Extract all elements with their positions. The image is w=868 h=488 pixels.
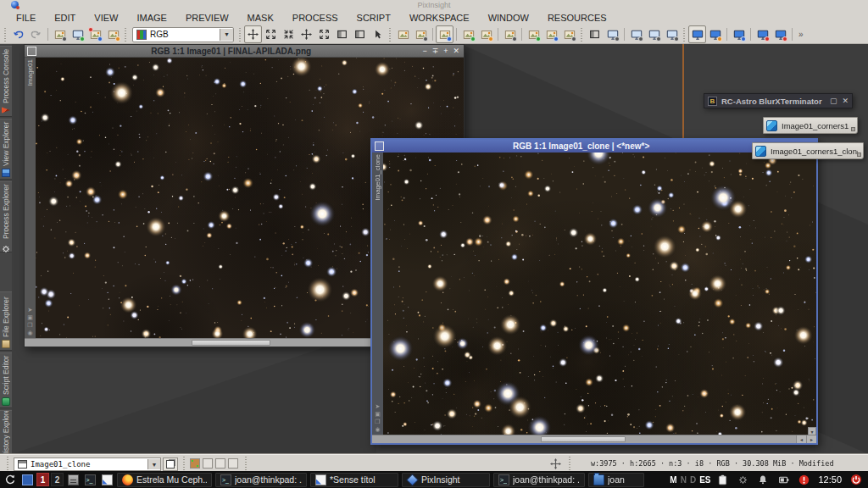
workspace-close-all-button[interactable] [771,25,789,43]
menu-image[interactable]: IMAGE [127,10,175,25]
starfield-image[interactable] [383,152,816,435]
selection-mode-icon[interactable]: ▣ [27,314,33,321]
image-window-clone[interactable]: RGB 1:1 Image01_clone | <*new*> − ∓ + ✕ … [370,138,818,445]
image-properties-icon[interactable] [51,25,69,43]
window-titlebar[interactable]: PixInsight [0,0,868,10]
workspace-switch-1[interactable] [190,458,200,469]
toolbar-grip[interactable] [3,28,8,42]
alert-tray-icon[interactable] [796,472,811,487]
new-preview-mode-button[interactable] [333,25,351,43]
image-accept-button[interactable] [525,25,542,43]
image-window-titlebar[interactable]: RGB 1:1 Image01 | FINAL-APILADA.png − ∓ … [25,45,464,58]
menu-script[interactable]: SCRIPT [348,10,400,25]
clipboard-tray-icon[interactable] [715,472,730,487]
scrollbar-thumb[interactable] [192,340,270,346]
updates-tray-icon[interactable] [735,472,750,487]
scroll-right-arrow[interactable]: ▸ [806,435,816,443]
menu-window[interactable]: WINDOW [479,10,538,25]
new-preview-icon[interactable] [69,25,86,43]
iconized-window-corners1-clone[interactable]: Image01_corners1_clone [752,142,864,159]
image-settings-button[interactable] [560,25,578,43]
histogram-icon[interactable] [104,25,122,43]
split-view-button[interactable] [586,25,604,43]
dock-tab-process-console[interactable]: Process Console [0,46,12,117]
toolbar-grip[interactable] [388,28,392,42]
settings-icon[interactable]: ◉ [27,330,32,336]
dock-tab-process-explorer[interactable]: Process Explorer [0,181,12,252]
battery-icon[interactable] [776,472,791,487]
image-annotate-icon[interactable] [412,25,430,43]
menu-resources[interactable]: RESOURCES [538,10,616,25]
workspace-monitor-button[interactable] [688,25,706,43]
terminal-launcher-icon[interactable] [82,472,97,487]
dock-tab-script-editor[interactable]: Script Editor [0,352,12,408]
panel-close-button[interactable]: ✕ [842,97,849,105]
workspace[interactable]: RGB 1:1 Image01 | FINAL-APILADA.png − ∓ … [12,44,868,454]
image-history-button[interactable] [542,25,560,43]
select-mode-button[interactable] [369,25,387,43]
stf-icon[interactable] [86,25,104,43]
image-revert-button[interactable] [501,25,519,43]
image-zoom-tool-button[interactable] [436,25,453,43]
view-selector-strip[interactable]: Image01_clone ➤ ▣ ❐ ◉ [372,152,383,435]
layers-icon[interactable]: ❐ [27,322,32,329]
shade-button[interactable]: ∓ [432,47,439,55]
maximize-button[interactable]: + [443,47,448,55]
close-button[interactable]: ✕ [453,47,459,55]
task-terminal-2[interactable]: joan@thinkpad: ... [493,473,585,487]
toolbar-grip[interactable] [682,28,687,42]
window-arrange-button[interactable] [663,25,681,43]
desktop-workspace-1[interactable]: 1 [36,473,49,486]
task-editor[interactable]: *Sense títol [310,473,398,487]
panel-restore-button[interactable]: ▢ [830,97,837,105]
file-manager-launcher-icon[interactable] [65,472,81,487]
image-edit-icon[interactable] [394,25,412,43]
active-view-selector[interactable]: Image01_clone ▼ [14,458,161,471]
menu-workspace[interactable]: WORKSPACE [400,10,479,25]
image-zoom-out-button[interactable] [459,25,477,43]
editor-launcher-icon[interactable] [99,472,114,487]
pan-mode-button[interactable] [298,25,315,43]
image-window-titlebar[interactable]: RGB 1:1 Image01_clone | <*new*> − ∓ + ✕ [372,140,816,152]
menu-edit[interactable]: EDIT [45,10,85,25]
workspace-switch-4[interactable] [228,458,238,469]
keyboard-layout-es[interactable]: ES [699,475,710,485]
blurxterminator-panel[interactable]: B RC-Astro BlurXTerminator ▢ ✕ [704,93,853,108]
display-channel-selector[interactable]: RGB ▼ [132,27,234,42]
channel-dropdown-arrow[interactable]: ▼ [220,29,233,41]
toolbar-grip[interactable] [238,28,242,42]
menu-view[interactable]: VIEW [85,10,127,25]
workspace-swap-button[interactable] [730,25,748,43]
iconized-window-corners1[interactable]: Image01_corners1 [763,117,858,134]
toolbar-grip[interactable] [580,28,584,42]
statusbar-grip[interactable] [6,457,10,470]
menu-mask[interactable]: MASK [238,10,283,25]
power-button-icon[interactable] [849,472,864,487]
toolbar-grip[interactable] [124,28,128,42]
settings-icon[interactable]: ◉ [375,426,380,433]
view-dropdown-arrow[interactable]: ▼ [147,459,160,469]
cursor-mode-icon[interactable]: ➤ [376,403,381,410]
dock-tab-file-explorer[interactable]: File Explorer [0,291,12,351]
workspace-image-button[interactable] [706,25,724,43]
menu-process[interactable]: PROCESS [283,10,348,25]
statusbar-grip[interactable] [568,457,572,470]
layers-icon[interactable]: ❐ [375,419,380,425]
zoom-in-mode-button[interactable] [262,25,280,43]
task-file-manager[interactable]: joan [588,473,644,487]
zoom-out-mode-button[interactable] [280,25,298,43]
show-desktop-icon[interactable] [19,472,35,487]
image-window-icon[interactable] [375,141,384,151]
edit-preview-mode-button[interactable] [351,25,369,43]
readout-mode-button[interactable] [244,25,262,43]
iconize-button[interactable]: − [422,47,426,55]
scrollbar-thumb[interactable] [541,436,626,442]
cursor-mode-icon[interactable]: ➤ [28,307,33,313]
window-thumbnail-button[interactable] [604,25,621,43]
view-selector-strip[interactable]: Image01 ➤ ▣ ❐ ◉ [25,58,36,338]
menu-preview[interactable]: PREVIEW [176,10,238,25]
selection-mode-icon[interactable]: ▣ [375,411,381,418]
window-cascade-button[interactable] [645,25,663,43]
statusbar-grip[interactable] [244,457,248,470]
session-refresh-icon[interactable] [3,472,18,487]
